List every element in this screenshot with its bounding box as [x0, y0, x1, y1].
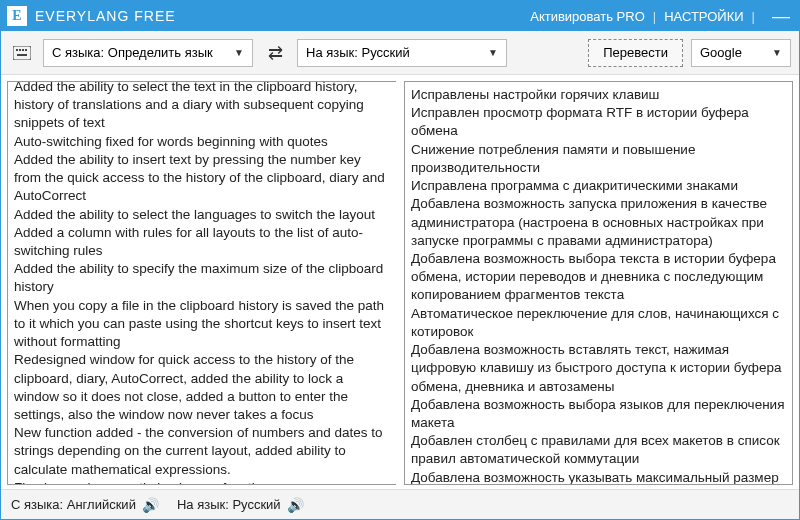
source-language-label: С языка: Определить язык [52, 45, 213, 60]
keyboard-icon[interactable] [9, 40, 35, 66]
svg-rect-3 [22, 49, 24, 51]
text-line: Redesigned window for quick access to th… [14, 351, 390, 424]
translation-panes: Added the ability to select the text in … [1, 75, 799, 489]
text-line: Auto-switching fixed for words beginning… [14, 133, 390, 151]
target-language-label: На язык: Русский [306, 45, 410, 60]
text-line: Добавлена возможность вставлять текст, н… [411, 341, 786, 396]
target-language-select[interactable]: На язык: Русский ▼ [297, 39, 507, 67]
text-line: When you copy a file in the clipboard hi… [14, 297, 390, 352]
separator-icon: | [653, 9, 656, 24]
text-line: Added a column with rules for all layout… [14, 224, 390, 260]
status-target-label: На язык: Русский [177, 497, 281, 512]
titlebar: E EVERYLANG FREE Активировать PRO | НАСТ… [1, 1, 799, 31]
text-line: Добавлена возможность указывать максимал… [411, 469, 786, 485]
text-line: Добавлена возможность выбора текста в ис… [411, 250, 786, 305]
text-line: Исправлены настройки горячих клавиш [411, 86, 786, 104]
svg-rect-4 [25, 49, 27, 51]
chevron-down-icon: ▼ [772, 47, 782, 58]
svg-rect-0 [13, 46, 31, 60]
chevron-down-icon: ▼ [234, 47, 244, 58]
text-line: Добавлен столбец с правилами для всех ма… [411, 432, 786, 468]
source-text-area[interactable]: Added the ability to select the text in … [7, 81, 396, 485]
text-line: Снижение потребления памяти и повышение … [411, 141, 786, 177]
app-logo-icon: E [7, 6, 27, 26]
svg-rect-5 [17, 54, 27, 56]
source-language-select[interactable]: С языка: Определить язык ▼ [43, 39, 253, 67]
status-target: На язык: Русский 🔊 [177, 497, 304, 513]
status-source: С языка: Английский 🔊 [11, 497, 159, 513]
toolbar: С языка: Определить язык ▼ ⇄ На язык: Ру… [1, 31, 799, 75]
text-line: Добавлена возможность запуска приложения… [411, 195, 786, 250]
speak-target-icon[interactable]: 🔊 [287, 497, 304, 513]
minimize-button[interactable]: — [769, 9, 793, 23]
svg-rect-2 [19, 49, 21, 51]
text-line: New function added - the conversion of n… [14, 424, 390, 479]
text-line: Исправлен просмотр формата RTF в истории… [411, 104, 786, 140]
translate-button-label: Перевести [603, 45, 668, 60]
text-line: Added the ability to select the language… [14, 206, 390, 224]
text-line: Added the ability to select the text in … [14, 81, 390, 133]
app-title: EVERYLANG FREE [35, 8, 530, 24]
source-pane: Added the ability to select the text in … [1, 75, 400, 489]
text-line: Исправлена программа с диакритическими з… [411, 177, 786, 195]
engine-label: Google [700, 45, 742, 60]
engine-select[interactable]: Google ▼ [691, 39, 791, 67]
title-links: Активировать PRO | НАСТРОЙКИ | — [530, 9, 793, 24]
target-pane: Исправлены настройки горячих клавишИспра… [400, 75, 799, 489]
target-text-area[interactable]: Исправлены настройки горячих клавишИспра… [404, 81, 793, 485]
statusbar: С языка: Английский 🔊 На язык: Русский 🔊 [1, 489, 799, 519]
text-line: Added the ability to insert text by pres… [14, 151, 390, 206]
text-line: Fixed many bugs, optimized some function… [14, 479, 390, 485]
status-source-label: С языка: Английский [11, 497, 136, 512]
swap-languages-button[interactable]: ⇄ [261, 42, 289, 64]
text-line: Added the ability to specify the maximum… [14, 260, 390, 296]
activate-pro-link[interactable]: Активировать PRO [530, 9, 645, 24]
separator-icon: | [752, 9, 755, 24]
text-line: Автоматическое переключение для слов, на… [411, 305, 786, 341]
chevron-down-icon: ▼ [488, 47, 498, 58]
svg-rect-1 [16, 49, 18, 51]
translate-button[interactable]: Перевести [588, 39, 683, 67]
speak-source-icon[interactable]: 🔊 [142, 497, 159, 513]
text-line: Добавлена возможность выбора языков для … [411, 396, 786, 432]
settings-link[interactable]: НАСТРОЙКИ [664, 9, 743, 24]
